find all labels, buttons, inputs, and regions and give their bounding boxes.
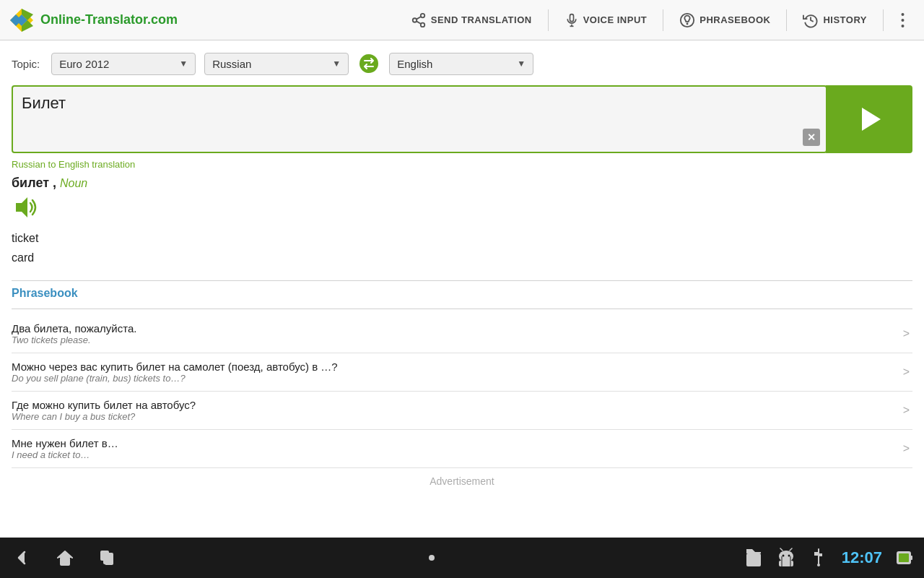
divider3	[786, 9, 787, 31]
source-lang-value: Russian	[212, 58, 251, 70]
phrase-main-2: Где можно купить билет на автобус?	[12, 399, 196, 411]
svg-rect-25	[746, 553, 761, 566]
more-button[interactable]	[889, 7, 915, 33]
sound-button[interactable]	[12, 194, 912, 221]
phrase-text-3: Мне нужен билет в… I need a ticket to…	[12, 437, 118, 460]
phrase-arrow-2: >	[903, 404, 912, 417]
phrasebook-button[interactable]: PHRASEBOOK	[669, 8, 780, 33]
phrase-item-3[interactable]: Мне нужен билет в… I need a ticket to… >	[12, 430, 912, 468]
play-translation-button[interactable]	[826, 85, 912, 153]
phrase-main-0: Два билета, пожалуйста.	[12, 322, 136, 335]
topbar-actions: SEND TRANSLATION VOICE INPUT PHRASEBOOK	[401, 7, 915, 33]
phrase-sub-1: Do you sell plane (train, bus) tickets t…	[12, 373, 338, 384]
phrase-text-1: Можно через вас купить билет на самолет …	[12, 361, 338, 384]
clock-time: 12:07	[842, 548, 882, 567]
meanings: ticket card	[12, 228, 912, 267]
svg-marker-20	[16, 197, 27, 217]
phrase-sub-2: Where can I buy a bus ticket?	[12, 411, 196, 422]
logo-icon	[9, 7, 35, 33]
phrase-text-2: Где можно купить билет на автобус? Where…	[12, 399, 196, 422]
home-indicator[interactable]	[429, 555, 435, 561]
microphone-icon	[565, 12, 579, 28]
source-lang-select[interactable]: Russian ▼	[204, 53, 349, 75]
speaker-icon	[12, 194, 39, 221]
robot-icon	[777, 548, 796, 568]
recents-button[interactable]	[98, 548, 118, 568]
phrase-item-0[interactable]: Два билета, пожалуйста. Two tickets plea…	[12, 315, 912, 353]
usb-icon-svg	[810, 548, 827, 568]
bottom-left-icons	[12, 548, 118, 568]
text-input[interactable]: Билет	[13, 87, 826, 152]
history-button[interactable]: HISTORY	[793, 8, 877, 33]
history-label: HISTORY	[823, 14, 867, 25]
voice-input-label: VOICE INPUT	[583, 14, 648, 25]
target-lang-arrow-icon: ▼	[517, 59, 526, 69]
divider1	[548, 9, 549, 31]
send-translation-button[interactable]: SEND TRANSLATION	[401, 8, 542, 33]
main-content: Topic: Euro 2012 ▼ Russian ▼ English ▼ Б…	[0, 40, 924, 538]
divider4	[883, 9, 884, 31]
clear-button[interactable]: ✕	[803, 129, 820, 146]
text-input-wrapper: Билет ✕	[12, 85, 827, 153]
svg-rect-24	[104, 553, 113, 564]
back-icon	[12, 548, 32, 568]
topic-label: Topic:	[12, 58, 40, 70]
home-button[interactable]	[55, 548, 75, 568]
meaning-1: card	[12, 248, 912, 267]
translated-word: билет	[12, 176, 49, 190]
bottom-right-icons: 12:07	[745, 548, 912, 568]
phrase-arrow-3: >	[903, 442, 912, 455]
topbar: Online-Translator.com SEND TRANSLATION V…	[0, 0, 924, 40]
svg-line-31	[790, 548, 792, 551]
recents-icon	[98, 548, 118, 568]
svg-line-9	[417, 16, 421, 19]
translation-label: Russian to English translation	[12, 159, 912, 170]
svg-point-27	[779, 551, 793, 562]
divider2	[663, 9, 663, 31]
ad-area: Advertisement	[12, 468, 912, 494]
svg-point-15	[901, 13, 904, 16]
swap-languages-button[interactable]	[357, 52, 380, 75]
share-icon	[411, 12, 427, 28]
android-icon	[777, 548, 796, 568]
svg-rect-10	[570, 14, 573, 21]
svg-point-18	[359, 54, 378, 73]
svg-point-6	[412, 18, 417, 22]
ad-label: Advertisement	[430, 475, 494, 487]
svg-point-29	[788, 555, 790, 557]
phrasebook-label: PHRASEBOOK	[699, 14, 770, 25]
topic-value: Euro 2012	[59, 58, 109, 70]
send-translation-label: SEND TRANSLATION	[431, 14, 532, 25]
svg-point-39	[817, 564, 820, 566]
word-separator: ,	[53, 176, 60, 190]
phrasebook-section-header: Phrasebook	[12, 287, 912, 300]
topic-arrow-icon: ▼	[179, 59, 188, 69]
input-area: Билет ✕	[12, 85, 912, 153]
voice-input-button[interactable]: VOICE INPUT	[554, 8, 658, 33]
source-lang-arrow-icon: ▼	[332, 59, 341, 69]
battery-icon-svg	[897, 548, 912, 568]
svg-rect-38	[819, 554, 821, 556]
sd-card-icon	[745, 548, 762, 568]
phrase-item-1[interactable]: Можно через вас купить билет на самолет …	[12, 353, 912, 392]
svg-point-7	[420, 22, 424, 26]
home-icon	[55, 548, 75, 568]
svg-point-5	[420, 13, 424, 17]
target-lang-value: English	[397, 58, 432, 70]
svg-rect-42	[910, 556, 912, 560]
topic-select[interactable]: Euro 2012 ▼	[51, 53, 196, 75]
phrasebook-icon	[679, 12, 695, 28]
phrase-arrow-0: >	[903, 327, 912, 340]
swap-icon	[359, 53, 379, 74]
bottom-center	[429, 555, 435, 561]
phrase-text-0: Два билета, пожалуйста. Two tickets plea…	[12, 322, 136, 345]
svg-rect-32	[779, 561, 793, 566]
back-button[interactable]	[12, 548, 32, 568]
phrase-arrow-1: >	[903, 366, 912, 379]
target-lang-select[interactable]: English ▼	[389, 53, 533, 75]
svg-rect-21	[61, 558, 69, 565]
logo-text[interactable]: Online-Translator.com	[40, 12, 178, 27]
meaning-0: ticket	[12, 228, 912, 248]
phrase-item-2[interactable]: Где можно купить билет на автобус? Where…	[12, 392, 912, 430]
lang-row: Topic: Euro 2012 ▼ Russian ▼ English ▼	[12, 52, 912, 75]
